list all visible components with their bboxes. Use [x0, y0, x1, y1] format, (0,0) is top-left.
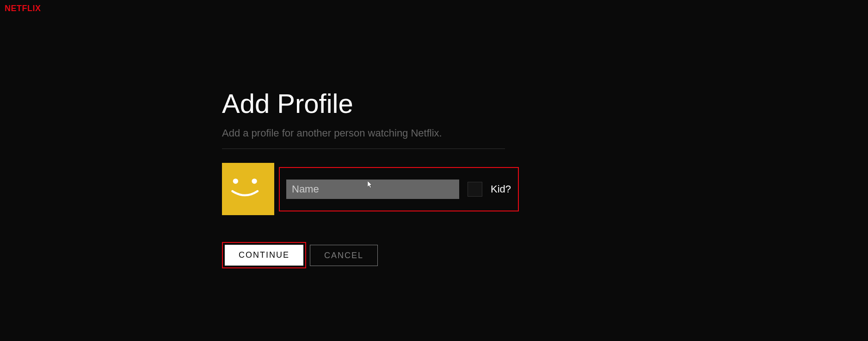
- continue-button[interactable]: CONTINUE: [225, 245, 303, 266]
- svg-rect-0: [222, 163, 274, 215]
- profile-row: Kid?: [222, 163, 546, 215]
- profile-avatar[interactable]: [222, 163, 274, 215]
- cancel-button[interactable]: CANCEL: [310, 245, 378, 266]
- netflix-logo: NETFLIX: [5, 4, 41, 13]
- profile-name-input[interactable]: [286, 180, 459, 199]
- svg-point-2: [252, 179, 257, 184]
- divider: [222, 149, 505, 149]
- continue-highlight: CONTINUE: [222, 242, 306, 268]
- page-title: Add Profile: [222, 88, 546, 119]
- profile-input-group: Kid?: [279, 167, 519, 211]
- svg-point-1: [233, 179, 238, 184]
- add-profile-panel: Add Profile Add a profile for another pe…: [222, 88, 546, 268]
- smiley-face-icon: [222, 163, 274, 215]
- page-subtitle: Add a profile for another person watchin…: [222, 127, 546, 139]
- kid-label: Kid?: [491, 183, 511, 195]
- kid-checkbox[interactable]: [468, 182, 482, 197]
- button-row: CONTINUE CANCEL: [222, 242, 546, 268]
